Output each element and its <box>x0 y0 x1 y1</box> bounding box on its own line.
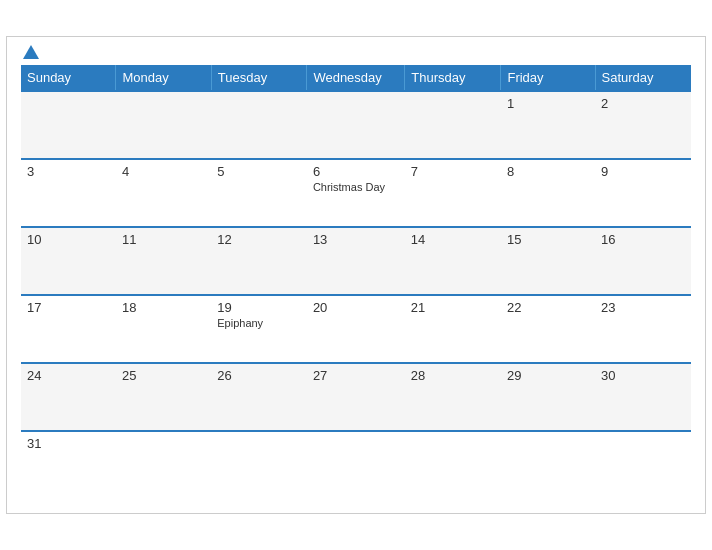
calendar-cell: 4 <box>116 159 211 227</box>
week-row-4: 171819Epiphany20212223 <box>21 295 691 363</box>
calendar-cell <box>116 431 211 499</box>
calendar-cell: 18 <box>116 295 211 363</box>
calendar-cell <box>405 91 501 159</box>
calendar-cell: 3 <box>21 159 116 227</box>
calendar-cell: 6Christmas Day <box>307 159 405 227</box>
holiday-name: Christmas Day <box>313 181 399 193</box>
calendar-cell: 7 <box>405 159 501 227</box>
day-number: 25 <box>122 368 205 383</box>
day-number: 18 <box>122 300 205 315</box>
calendar-cell: 8 <box>501 159 595 227</box>
calendar-cell: 9 <box>595 159 691 227</box>
calendar-cell <box>116 91 211 159</box>
day-number: 31 <box>27 436 110 451</box>
calendar-header <box>21 47 691 59</box>
day-number: 28 <box>411 368 495 383</box>
calendar-cell: 15 <box>501 227 595 295</box>
day-number: 14 <box>411 232 495 247</box>
week-row-6: 31 <box>21 431 691 499</box>
day-header-tuesday: Tuesday <box>211 65 307 91</box>
day-number: 27 <box>313 368 399 383</box>
calendar-cell <box>405 431 501 499</box>
day-header-saturday: Saturday <box>595 65 691 91</box>
calendar-cell: 28 <box>405 363 501 431</box>
calendar-cell: 1 <box>501 91 595 159</box>
calendar-cell <box>307 91 405 159</box>
day-number: 10 <box>27 232 110 247</box>
holiday-name: Epiphany <box>217 317 301 329</box>
week-row-5: 24252627282930 <box>21 363 691 431</box>
logo <box>21 47 39 59</box>
day-number: 29 <box>507 368 589 383</box>
calendar-cell: 30 <box>595 363 691 431</box>
day-header-sunday: Sunday <box>21 65 116 91</box>
day-number: 11 <box>122 232 205 247</box>
day-number: 6 <box>313 164 399 179</box>
calendar-cell: 5 <box>211 159 307 227</box>
days-header-row: SundayMondayTuesdayWednesdayThursdayFrid… <box>21 65 691 91</box>
day-number: 26 <box>217 368 301 383</box>
calendar-cell: 20 <box>307 295 405 363</box>
day-header-thursday: Thursday <box>405 65 501 91</box>
calendar-cell <box>211 431 307 499</box>
calendar-cell <box>307 431 405 499</box>
day-header-friday: Friday <box>501 65 595 91</box>
day-number: 22 <box>507 300 589 315</box>
calendar-cell: 16 <box>595 227 691 295</box>
calendar-cell: 24 <box>21 363 116 431</box>
day-number: 16 <box>601 232 685 247</box>
calendar-cell: 14 <box>405 227 501 295</box>
calendar-cell <box>595 431 691 499</box>
day-number: 3 <box>27 164 110 179</box>
calendar-cell: 10 <box>21 227 116 295</box>
day-number: 20 <box>313 300 399 315</box>
calendar-cell: 27 <box>307 363 405 431</box>
day-header-wednesday: Wednesday <box>307 65 405 91</box>
calendar-cell: 26 <box>211 363 307 431</box>
calendar-cell: 13 <box>307 227 405 295</box>
day-number: 15 <box>507 232 589 247</box>
calendar-cell: 31 <box>21 431 116 499</box>
calendar-table: SundayMondayTuesdayWednesdayThursdayFrid… <box>21 65 691 499</box>
day-number: 19 <box>217 300 301 315</box>
day-number: 30 <box>601 368 685 383</box>
calendar-cell: 2 <box>595 91 691 159</box>
day-number: 24 <box>27 368 110 383</box>
calendar-cell: 21 <box>405 295 501 363</box>
day-header-monday: Monday <box>116 65 211 91</box>
week-row-3: 10111213141516 <box>21 227 691 295</box>
day-number: 4 <box>122 164 205 179</box>
day-number: 1 <box>507 96 589 111</box>
logo-triangle-icon <box>23 45 39 59</box>
calendar-cell: 17 <box>21 295 116 363</box>
calendar-cell <box>211 91 307 159</box>
day-number: 2 <box>601 96 685 111</box>
day-number: 9 <box>601 164 685 179</box>
calendar-container: SundayMondayTuesdayWednesdayThursdayFrid… <box>6 36 706 514</box>
calendar-cell: 25 <box>116 363 211 431</box>
calendar-cell <box>21 91 116 159</box>
day-number: 12 <box>217 232 301 247</box>
calendar-cell: 23 <box>595 295 691 363</box>
week-row-1: 12 <box>21 91 691 159</box>
calendar-cell: 12 <box>211 227 307 295</box>
day-number: 23 <box>601 300 685 315</box>
day-number: 13 <box>313 232 399 247</box>
calendar-cell: 29 <box>501 363 595 431</box>
day-number: 7 <box>411 164 495 179</box>
calendar-cell: 11 <box>116 227 211 295</box>
day-number: 17 <box>27 300 110 315</box>
calendar-cell: 22 <box>501 295 595 363</box>
calendar-cell: 19Epiphany <box>211 295 307 363</box>
week-row-2: 3456Christmas Day789 <box>21 159 691 227</box>
day-number: 21 <box>411 300 495 315</box>
day-number: 8 <box>507 164 589 179</box>
day-number: 5 <box>217 164 301 179</box>
calendar-cell <box>501 431 595 499</box>
